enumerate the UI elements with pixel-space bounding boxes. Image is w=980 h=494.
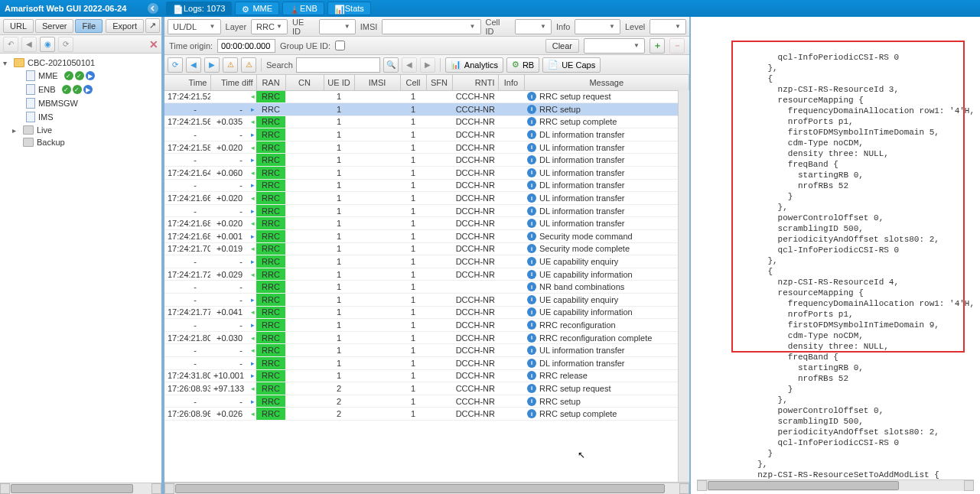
tree-ims[interactable]: IMS bbox=[2, 110, 160, 124]
rb-button[interactable]: ⚙RB bbox=[506, 57, 539, 73]
log-row[interactable]: --▸RRC11DCCH-NRiUE capability enquiry bbox=[164, 294, 689, 307]
warn-next-icon[interactable]: ⚠ bbox=[241, 57, 256, 73]
tree-root[interactable]: ▾CBC-2021050101 bbox=[2, 57, 160, 69]
log-row[interactable]: --▸RRC11DCCH-NRiDL information transfer bbox=[164, 204, 689, 217]
nav-prev-icon[interactable]: ◀ bbox=[21, 37, 37, 52]
loading-icon[interactable]: ◉ bbox=[40, 37, 55, 52]
log-row[interactable]: 17:24:21.640+0.060◂RRC11DCCH-NRiUL infor… bbox=[164, 167, 689, 180]
tab-logs[interactable]: 📄Logs: 1073 bbox=[166, 2, 232, 15]
uldl-select[interactable]: UL/DL▼ bbox=[168, 19, 221, 34]
page-icon bbox=[26, 98, 35, 109]
code-view[interactable]: qcl-InfoPeriodicCSI-RS 0 }, { nzp-CSI-RS… bbox=[697, 20, 974, 479]
hscroll-right[interactable] bbox=[697, 479, 974, 491]
log-row[interactable]: --◂RRC11DCCH-NRiUL information transfer bbox=[164, 344, 689, 357]
log-row[interactable]: 17:24:21.700+0.019◂RRC11DCCH-NRiSecurity… bbox=[164, 242, 689, 255]
ueid-select[interactable]: ▼ bbox=[319, 19, 356, 34]
direction-icon: ▸ bbox=[251, 296, 255, 304]
search-next-icon[interactable]: ▶ bbox=[420, 57, 435, 73]
log-row[interactable]: 17:24:21.580+0.020◂RRC11DCCH-NRiUL infor… bbox=[164, 141, 689, 154]
log-row[interactable]: 17:24:21.525◂RRC11CCCH-NRiRRC setup requ… bbox=[164, 90, 689, 103]
cellid-select[interactable]: ▼ bbox=[515, 19, 552, 34]
info-icon: i bbox=[527, 180, 536, 190]
url-button[interactable]: URL bbox=[3, 19, 34, 33]
col-message[interactable]: Message bbox=[524, 75, 689, 90]
log-row[interactable]: 17:26:08.934+97.133◂RRC21CCCH-NRiRRC set… bbox=[164, 382, 689, 395]
info-icon: i bbox=[527, 130, 536, 139]
remove-button[interactable]: － bbox=[669, 38, 685, 54]
log-row[interactable]: --▸RRC11DCCH-NRiUE capability enquiry bbox=[164, 255, 689, 268]
log-row[interactable]: --▸RRC21CCCH-NRiRRC setup bbox=[164, 395, 689, 408]
export-icon-button[interactable]: ↗ bbox=[145, 18, 160, 33]
search-prev-icon[interactable]: ◀ bbox=[402, 57, 417, 73]
direction-icon: ◂ bbox=[251, 93, 255, 100]
tree-backup[interactable]: Backup bbox=[2, 136, 160, 148]
preset-select[interactable]: ▼ bbox=[584, 38, 645, 54]
search-input[interactable] bbox=[296, 57, 380, 73]
log-row[interactable]: 17:24:21.770+0.041◂RRC11DCCH-NRiUE capab… bbox=[164, 306, 689, 319]
clear-button[interactable]: Clear bbox=[545, 39, 579, 53]
prev-icon[interactable]: ◀ bbox=[186, 57, 201, 73]
time-origin-input[interactable] bbox=[217, 39, 275, 53]
refresh-back-icon[interactable]: ↶ bbox=[3, 37, 18, 52]
log-row[interactable]: 17:24:21.560+0.035◂RRC11DCCH-NRiRRC setu… bbox=[164, 115, 689, 128]
refresh-icon[interactable]: ⟳ bbox=[58, 37, 73, 52]
log-row[interactable]: 17:24:21.729+0.029◂RRC11DCCH-NRiUE capab… bbox=[164, 268, 689, 281]
log-row[interactable]: 17:24:21.681+0.001▸RRC11DCCH-NRiSecurity… bbox=[164, 230, 689, 243]
col-imsi[interactable]: IMSI bbox=[354, 75, 400, 90]
col-rnti[interactable]: RNTI bbox=[452, 75, 498, 90]
tree-live[interactable]: ▸Live bbox=[2, 124, 160, 136]
log-row[interactable]: 17:26:08.960+0.026◂RRC21DCCH-NRiRRC setu… bbox=[164, 408, 689, 421]
col-ran[interactable]: RAN bbox=[256, 75, 285, 90]
log-row[interactable]: --▸RRC11DCCH-NRiDL information transfer bbox=[164, 179, 689, 192]
hscroll-center[interactable] bbox=[164, 483, 689, 494]
binoculars-icon[interactable]: 🔍 bbox=[383, 57, 399, 73]
collapse-left-icon[interactable] bbox=[148, 3, 158, 14]
log-row[interactable]: --▸RRC11DCCH-NRiDL information transfer bbox=[164, 356, 689, 369]
tab-enb[interactable]: 🗼ENB bbox=[282, 2, 324, 15]
log-row[interactable]: --▸RRC11DCCH-NRiRRC reconfiguration bbox=[164, 319, 689, 332]
next-icon[interactable]: ▶ bbox=[204, 57, 220, 73]
col-info[interactable]: Info bbox=[498, 75, 524, 90]
uecaps-button[interactable]: 📄UE Caps bbox=[542, 57, 601, 73]
log-row[interactable]: 17:24:31.801+10.001▸RRC11DCCH-NRiRRC rel… bbox=[164, 369, 689, 382]
analytics-button[interactable]: 📊Analytics bbox=[445, 57, 503, 73]
tree-enb[interactable]: ENB✓✓▶ bbox=[2, 83, 160, 96]
tree-mbmsgw[interactable]: MBMSGW bbox=[2, 96, 160, 110]
info-icon: i bbox=[527, 257, 536, 266]
log-row[interactable]: 17:24:21.660+0.020◂RRC11DCCH-NRiUL infor… bbox=[164, 192, 689, 205]
log-row[interactable]: --▸RRC11CCCH-NRiRRC setup bbox=[164, 103, 689, 116]
col-time-diff[interactable]: Time diff bbox=[210, 75, 256, 90]
log-row[interactable]: --RRC11iNR band combinations bbox=[164, 281, 689, 294]
tab-stats[interactable]: 📊Stats bbox=[327, 2, 371, 15]
col-time[interactable]: Time bbox=[164, 75, 210, 90]
file-button[interactable]: File bbox=[75, 19, 103, 33]
export-button[interactable]: Export bbox=[106, 19, 144, 33]
server-icon: ⚙ bbox=[242, 5, 249, 12]
log-row[interactable]: 17:24:21.800+0.030◂RRC11DCCH-NRiRRC reco… bbox=[164, 331, 689, 344]
file-tree: ▾CBC-2021050101 MME✓✓▶ ENB✓✓▶ MBMSGW IMS… bbox=[0, 54, 161, 483]
level-select[interactable]: ▼ bbox=[650, 19, 686, 34]
refresh-icon[interactable]: ⟳ bbox=[168, 57, 183, 73]
tree-mme[interactable]: MME✓✓▶ bbox=[2, 69, 160, 83]
layer-select[interactable]: RRC▼ bbox=[251, 19, 288, 34]
col-cell[interactable]: Cell bbox=[400, 75, 426, 90]
server-button[interactable]: Server bbox=[35, 19, 73, 33]
warn-icon[interactable]: ⚠ bbox=[223, 57, 238, 73]
col-cn[interactable]: CN bbox=[285, 75, 324, 90]
folder-icon bbox=[23, 138, 34, 147]
log-row[interactable]: 17:24:21.680+0.020◂RRC11DCCH-NRiUL infor… bbox=[164, 217, 689, 230]
hscroll-left[interactable] bbox=[0, 483, 161, 494]
col-sfn[interactable]: SFN bbox=[426, 75, 452, 90]
info-select[interactable]: ▼ bbox=[575, 19, 620, 34]
direction-icon: ◂ bbox=[251, 346, 255, 354]
group-ue-checkbox[interactable] bbox=[335, 41, 345, 50]
vscroll[interactable] bbox=[678, 90, 689, 482]
add-button[interactable]: ＋ bbox=[650, 38, 665, 54]
info-icon: i bbox=[527, 270, 536, 279]
log-row[interactable]: --▸RRC11DCCH-NRiDL information transfer bbox=[164, 128, 689, 141]
tab-mme[interactable]: ⚙MME bbox=[235, 2, 279, 15]
close-icon[interactable]: ✕ bbox=[149, 38, 158, 50]
imsi-select[interactable]: ▼ bbox=[382, 19, 480, 34]
log-row[interactable]: --▸RRC11DCCH-NRiDL information transfer bbox=[164, 154, 689, 167]
col-ue-id[interactable]: UE ID bbox=[324, 75, 354, 90]
